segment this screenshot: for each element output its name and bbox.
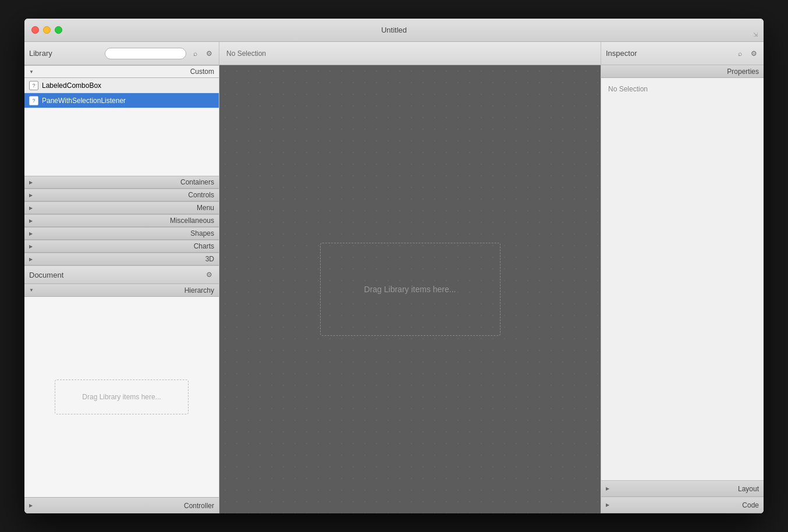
miscellaneous-label: Miscellaneous bbox=[35, 217, 214, 225]
inspector-header: Inspector ⌕ ⚙ bbox=[601, 42, 764, 65]
item-label-pane-selection-listener: PaneWithSelectionListener bbox=[42, 97, 126, 105]
containers-label: Containers bbox=[35, 178, 214, 186]
code-bar[interactable]: ▶ Code bbox=[601, 497, 764, 513]
document-header: Document ⚙ bbox=[24, 265, 219, 284]
item-icon-pane-selection-listener: ? bbox=[29, 96, 38, 105]
right-panel: Inspector ⌕ ⚙ Properties No Selection ▶ … bbox=[601, 42, 764, 513]
shapes-label: Shapes bbox=[35, 229, 214, 237]
inspector-title: Inspector bbox=[606, 49, 731, 58]
layout-bar[interactable]: ▶ Layout bbox=[601, 481, 764, 497]
canvas-no-selection: No Selection bbox=[226, 49, 266, 58]
gear-icon[interactable]: ⚙ bbox=[204, 48, 214, 59]
controls-section[interactable]: ▶ Controls bbox=[24, 189, 219, 201]
title-bar: Untitled ⇲ bbox=[24, 19, 764, 42]
item-icon-labeled-combo-box: ? bbox=[29, 81, 38, 90]
inspector-search-icon[interactable]: ⌕ bbox=[734, 48, 745, 59]
controller-label: Controller bbox=[35, 502, 214, 510]
inspector-content: No Selection bbox=[601, 78, 764, 480]
controller-bar[interactable]: ▶ Controller bbox=[24, 497, 219, 513]
search-icon[interactable]: ⌕ bbox=[190, 48, 200, 59]
menu-section[interactable]: ▶ Menu bbox=[24, 201, 219, 214]
code-label: Code bbox=[612, 501, 759, 509]
library-header: Library ⌕ ⚙ bbox=[24, 42, 219, 65]
minimize-button[interactable] bbox=[43, 26, 51, 34]
hierarchy-label: Hierarchy bbox=[36, 286, 214, 295]
window-title: Untitled bbox=[381, 26, 407, 34]
list-item-pane-selection-listener[interactable]: ? PaneWithSelectionListener bbox=[24, 93, 219, 108]
left-panel: Library ⌕ ⚙ ▼ Custom ? LabeledComboBox bbox=[24, 42, 219, 513]
containers-arrow-icon: ▶ bbox=[29, 180, 33, 185]
properties-section: Properties bbox=[601, 65, 764, 78]
shapes-arrow-icon: ▶ bbox=[29, 231, 33, 236]
canvas-content[interactable]: Drag Library items here... bbox=[219, 65, 601, 513]
shapes-section[interactable]: ▶ Shapes bbox=[24, 227, 219, 240]
menu-arrow-icon: ▶ bbox=[29, 205, 33, 211]
charts-arrow-icon: ▶ bbox=[29, 244, 33, 249]
library-search-input[interactable] bbox=[105, 48, 186, 59]
3d-section[interactable]: ▶ 3D bbox=[24, 253, 219, 265]
custom-section-label: Custom bbox=[36, 68, 214, 76]
canvas-drag-text: Drag Library items here... bbox=[364, 285, 456, 294]
hierarchy-drag-placeholder: Drag Library items here... bbox=[55, 380, 189, 414]
3d-label: 3D bbox=[35, 255, 214, 263]
right-bottom-bars: ▶ Layout ▶ Code bbox=[601, 480, 764, 513]
document-title: Document bbox=[29, 271, 204, 279]
3d-arrow-icon: ▶ bbox=[29, 257, 33, 262]
resize-icon: ⇲ bbox=[753, 31, 758, 38]
maximize-button[interactable] bbox=[55, 26, 62, 34]
library-title: Library bbox=[29, 49, 101, 58]
hierarchy-content: Drag Library items here... bbox=[24, 297, 219, 497]
library-section: ▼ Custom ? LabeledComboBox ? PaneWithSel… bbox=[24, 65, 219, 265]
canvas-area: No Selection Drag Library items here... bbox=[219, 42, 601, 513]
inspector-no-selection: No Selection bbox=[608, 85, 648, 93]
app-window: Untitled ⇲ Library ⌕ ⚙ ▼ Custom bbox=[24, 19, 764, 513]
custom-section-header[interactable]: ▼ Custom bbox=[24, 65, 219, 78]
miscellaneous-arrow-icon: ▶ bbox=[29, 218, 33, 224]
canvas-header: No Selection bbox=[219, 42, 601, 65]
canvas-drag-placeholder: Drag Library items here... bbox=[320, 243, 501, 336]
properties-label: Properties bbox=[606, 68, 759, 76]
charts-label: Charts bbox=[35, 242, 214, 250]
layout-arrow-icon: ▶ bbox=[606, 486, 609, 491]
document-gear-icon[interactable]: ⚙ bbox=[204, 269, 214, 280]
controller-arrow-icon: ▶ bbox=[29, 503, 33, 508]
traffic-lights bbox=[31, 26, 62, 34]
code-arrow-icon: ▶ bbox=[606, 502, 609, 508]
inspector-gear-icon[interactable]: ⚙ bbox=[748, 48, 759, 59]
menu-label: Menu bbox=[35, 204, 214, 212]
hierarchy-arrow-icon: ▼ bbox=[29, 288, 34, 293]
miscellaneous-section[interactable]: ▶ Miscellaneous bbox=[24, 214, 219, 227]
containers-section[interactable]: ▶ Containers bbox=[24, 176, 219, 189]
item-label-labeled-combo-box: LabeledComboBox bbox=[42, 81, 101, 90]
custom-arrow-icon: ▼ bbox=[29, 69, 34, 75]
controls-arrow-icon: ▶ bbox=[29, 193, 33, 198]
controls-label: Controls bbox=[35, 191, 214, 199]
main-content: Library ⌕ ⚙ ▼ Custom ? LabeledComboBox bbox=[24, 42, 764, 513]
hierarchy-drag-text: Drag Library items here... bbox=[82, 393, 161, 401]
hierarchy-section[interactable]: ▼ Hierarchy bbox=[24, 284, 219, 297]
library-empty-space bbox=[24, 108, 219, 176]
layout-label: Layout bbox=[612, 485, 759, 493]
charts-section[interactable]: ▶ Charts bbox=[24, 240, 219, 253]
list-item-labeled-combo-box[interactable]: ? LabeledComboBox bbox=[24, 78, 219, 93]
close-button[interactable] bbox=[31, 26, 39, 34]
